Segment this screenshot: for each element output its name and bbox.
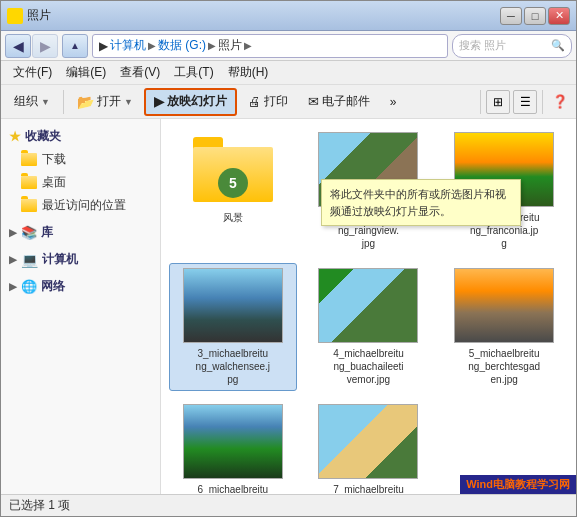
minimize-button[interactable]: ─ (500, 7, 522, 25)
downloads-folder-icon (21, 153, 37, 166)
image-name-7: 7_michaelbreitung_arbilot.jpg (333, 483, 404, 494)
file-area: 将此文件夹中的所有或所选图片和视频通过放映幻灯片显示。 5 风景 (161, 119, 576, 494)
network-label: 网络 (41, 278, 65, 295)
more-label: » (390, 95, 397, 109)
breadcrumb-computer-label: 计算机 (110, 37, 146, 54)
sidebar-item-recent[interactable]: 最近访问的位置 (1, 194, 160, 217)
menu-help[interactable]: 帮助(H) (222, 62, 275, 83)
title-bar: 照片 ─ □ ✕ (1, 1, 576, 31)
tooltip: 将此文件夹中的所有或所选图片和视频通过放映幻灯片显示。 (321, 179, 521, 226)
library-label: 库 (41, 224, 53, 241)
search-box[interactable]: 搜索 照片 🔍 (452, 34, 572, 58)
network-icon: 🌐 (21, 279, 37, 294)
favorites-label: 收藏夹 (25, 128, 61, 145)
organize-button[interactable]: 组织 ▼ (5, 88, 59, 116)
library-section: ▶ 📚 库 (1, 221, 160, 244)
toolbar-right: ⊞ ☰ ❓ (478, 90, 572, 114)
image-thumb-6 (183, 404, 283, 479)
breadcrumb-computer: ▶ (99, 39, 108, 53)
desktop-label: 桌面 (42, 174, 66, 191)
favorites-header[interactable]: ★ 收藏夹 (1, 125, 160, 148)
image-name-4: 4_michaelbreitung_buachaileetivemor.jpg (333, 347, 404, 386)
image-name-3: 3_michaelbreitung_walchensee.jpg (196, 347, 271, 386)
toolbar-sep-2 (480, 90, 481, 114)
library-chevron: ▶ (9, 227, 17, 238)
breadcrumb[interactable]: ▶ 计算机 ▶ 数据 (G:) ▶ 照片 ▶ (92, 34, 448, 58)
organize-arrow: ▼ (41, 97, 50, 107)
back-button[interactable]: ◀ (5, 34, 31, 58)
watermark-prefix: Wind (466, 478, 493, 490)
email-icon: ✉ (308, 94, 319, 109)
file-item-folder[interactable]: 5 风景 (169, 127, 297, 255)
computer-chevron: ▶ (9, 254, 17, 265)
sidebar-item-desktop[interactable]: 桌面 (1, 171, 160, 194)
watermark: Wind电脑教程学习网 (460, 475, 576, 494)
close-button[interactable]: ✕ (548, 7, 570, 25)
maximize-button[interactable]: □ (524, 7, 546, 25)
file-item-6[interactable]: 6_michaelbreitung_kaparkona.i (169, 399, 297, 494)
menu-bar: 文件(F) 编辑(E) 查看(V) 工具(T) 帮助(H) (1, 61, 576, 85)
image-name-6: 6_michaelbreitung_kaparkona.i (198, 483, 269, 494)
more-button[interactable]: » (381, 88, 406, 116)
view-icon-btn[interactable]: ⊞ (486, 90, 510, 114)
print-icon: 🖨 (248, 94, 261, 109)
help-btn[interactable]: ❓ (548, 90, 572, 114)
search-placeholder: 搜索 照片 (459, 38, 506, 53)
favorites-section: ★ 收藏夹 下载 桌面 最近访问的位置 (1, 125, 160, 217)
title-bar-left: 照片 (7, 7, 51, 24)
slideshow-label: 放映幻灯片 (167, 93, 227, 110)
search-icon: 🔍 (551, 39, 565, 52)
status-selected: 已选择 1 项 (9, 497, 70, 514)
toolbar: 组织 ▼ 📂 打开 ▼ ▶ 放映幻灯片 🖨 打印 ✉ 电子邮件 » ⊞ ☰ (1, 85, 576, 119)
file-item-3[interactable]: 3_michaelbreitung_walchensee.jpg (169, 263, 297, 391)
view-list-btn[interactable]: ☰ (513, 90, 537, 114)
slideshow-icon: ▶ (154, 94, 164, 109)
network-chevron: ▶ (9, 281, 17, 292)
organize-label: 组织 (14, 93, 38, 110)
image-thumb-3 (183, 268, 283, 343)
window-title: 照片 (27, 7, 51, 24)
toolbar-sep-3 (542, 90, 543, 114)
forward-button[interactable]: ▶ (32, 34, 58, 58)
sidebar-item-downloads[interactable]: 下载 (1, 148, 160, 171)
nav-buttons: ◀ ▶ (5, 34, 58, 58)
title-controls: ─ □ ✕ (500, 7, 570, 25)
folder-badge: 5 (218, 168, 248, 198)
computer-icon: 💻 (21, 252, 38, 268)
computer-header[interactable]: ▶ 💻 计算机 (1, 248, 160, 271)
menu-file[interactable]: 文件(F) (7, 62, 58, 83)
file-item-5[interactable]: 5_michaelbreitung_berchtesgaden.jpg (440, 263, 568, 391)
computer-label: 计算机 (42, 251, 78, 268)
main-area: ★ 收藏夹 下载 桌面 最近访问的位置 ▶ (1, 119, 576, 494)
explorer-window: 照片 ─ □ ✕ ◀ ▶ ▲ ▶ 计算机 ▶ 数据 (G:) ▶ 照片 ▶ 搜索… (0, 0, 577, 517)
folder-name: 风景 (223, 211, 243, 224)
breadcrumb-photos: 照片 (218, 37, 242, 54)
computer-section: ▶ 💻 计算机 (1, 248, 160, 271)
open-label: 打开 (97, 93, 121, 110)
favorites-icon: ★ (9, 129, 21, 144)
file-item-4[interactable]: 4_michaelbreitung_buachaileetivemor.jpg (305, 263, 433, 391)
image-thumb-5 (454, 268, 554, 343)
network-header[interactable]: ▶ 🌐 网络 (1, 275, 160, 298)
email-button[interactable]: ✉ 电子邮件 (299, 88, 379, 116)
breadcrumb-sep2: ▶ (208, 40, 216, 51)
sidebar: ★ 收藏夹 下载 桌面 最近访问的位置 ▶ (1, 119, 161, 494)
image-thumb-7 (318, 404, 418, 479)
file-item-7[interactable]: 7_michaelbreitung_arbilot.jpg (305, 399, 433, 494)
up-button[interactable]: ▲ (62, 34, 88, 58)
recent-label: 最近访问的位置 (42, 197, 126, 214)
menu-tools[interactable]: 工具(T) (168, 62, 219, 83)
toolbar-sep-1 (63, 90, 64, 114)
folder-visual: 5 (193, 137, 273, 202)
status-bar: 已选择 1 项 (1, 494, 576, 516)
network-section: ▶ 🌐 网络 (1, 275, 160, 298)
slideshow-button[interactable]: ▶ 放映幻灯片 (144, 88, 237, 116)
library-header[interactable]: ▶ 📚 库 (1, 221, 160, 244)
downloads-label: 下载 (42, 151, 66, 168)
menu-edit[interactable]: 编辑(E) (60, 62, 112, 83)
desktop-folder-icon (21, 176, 37, 189)
print-button[interactable]: 🖨 打印 (239, 88, 297, 116)
watermark-highlight: 电脑教程学习网 (493, 478, 570, 490)
open-button[interactable]: 📂 打开 ▼ (68, 88, 142, 116)
menu-view[interactable]: 查看(V) (114, 62, 166, 83)
